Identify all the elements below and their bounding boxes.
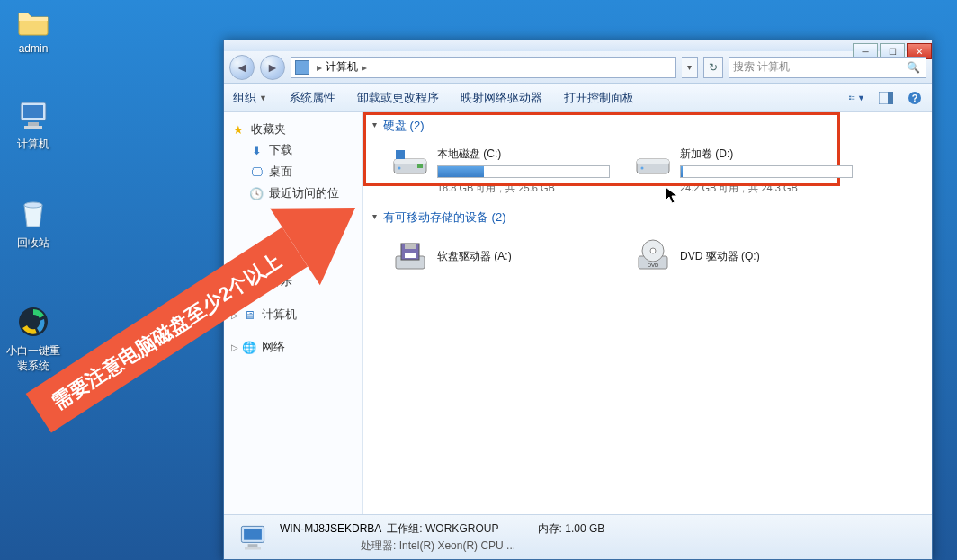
svg-rect-20: [637, 159, 669, 164]
svg-rect-3: [24, 126, 42, 129]
svg-rect-25: [405, 253, 416, 258]
uninstall-programs-button[interactable]: 卸载或更改程序: [357, 90, 439, 106]
drive-floppy[interactable]: 软盘驱动器 (A:): [389, 235, 613, 278]
toolbar: 组织▼ 系统属性 卸载或更改程序 映射网络驱动器 打开控制面板 ▼ ?: [224, 84, 932, 112]
svg-text:DVD: DVD: [648, 262, 659, 268]
sidebar-desktop[interactable]: 🖵桌面: [224, 161, 362, 182]
desktop-icon-computer[interactable]: 计算机: [5, 97, 61, 152]
desktop-icon-label: 小白一键重 装系统: [5, 343, 61, 374]
svg-rect-11: [888, 92, 893, 104]
recycle-icon: [15, 196, 51, 232]
hdd-icon: [635, 147, 671, 182]
sidebar-documents[interactable]: 📄文档: [224, 249, 362, 271]
breadcrumb-location[interactable]: 计算机: [326, 59, 358, 75]
sidebar-network[interactable]: ▷🌐网络: [224, 337, 362, 357]
status-mem-label: 内存:: [538, 522, 562, 535]
desktop-icon-recycle[interactable]: 回收站: [5, 196, 61, 251]
status-mem: 1.00 GB: [565, 522, 604, 535]
mouse-cursor-icon: [666, 187, 680, 209]
svg-point-28: [650, 248, 656, 253]
svg-rect-17: [417, 164, 423, 168]
sidebar-favorites[interactable]: ★收藏夹: [224, 120, 362, 139]
forward-button[interactable]: ►: [260, 55, 285, 80]
downloads-icon: ⬇: [249, 143, 264, 157]
svg-rect-7: [849, 98, 851, 100]
music-icon: ♪: [249, 274, 264, 289]
navigation-pane: ★收藏夹 ⬇下载 🖵桌面 🕓最近访问的位 📄文档 ♪音乐 ▷🖥计算机 ▷🌐网络: [224, 112, 363, 514]
floppy-icon: [392, 238, 428, 274]
folder-icon: [15, 3, 51, 39]
drive-usage-bar: [437, 165, 610, 178]
desktop-icon-label: admin: [5, 42, 61, 55]
sidebar-recent[interactable]: 🕓最近访问的位: [224, 182, 362, 204]
computer-icon: [295, 60, 309, 75]
svg-rect-6: [849, 95, 851, 97]
drive-usage-bar: [680, 165, 853, 178]
svg-rect-16: [396, 150, 405, 159]
drive-c[interactable]: 本地磁盘 (C:) 18.8 GB 可用，共 25.6 GB: [389, 143, 613, 199]
titlebar[interactable]: ─ ☐ ✕: [224, 40, 932, 51]
drive-dvd[interactable]: DVD DVD 驱动器 (Q:): [631, 235, 856, 278]
svg-point-4: [24, 202, 42, 208]
drive-name: 新加卷 (D:): [680, 147, 853, 162]
organize-menu[interactable]: 组织▼: [233, 90, 267, 106]
open-control-panel-button[interactable]: 打开控制面板: [564, 90, 634, 106]
section-header-removable[interactable]: ▾有可移动存储的设备 (2): [372, 208, 923, 231]
desktop-icon-label: 回收站: [5, 236, 61, 251]
tree-expand-icon[interactable]: ▷: [231, 310, 242, 320]
reinstall-icon: [15, 304, 51, 340]
documents-icon: 📄: [249, 253, 264, 267]
status-workgroup-label: 工作组:: [387, 522, 422, 535]
status-hostname: WIN-MJ8JSEKDRBA: [280, 522, 381, 535]
explorer-window: ─ ☐ ✕ ◄ ► ▸ 计算机 ▸ ▾ ↻ 搜索 计算机 🔍 组织▼ 系统属性 …: [223, 40, 933, 560]
content-pane: ▾硬盘 (2) 本地磁盘 (C:) 18.8 GB 可用，共 25.6 GB: [363, 112, 932, 514]
search-icon[interactable]: 🔍: [907, 61, 920, 74]
collapse-icon[interactable]: ▾: [372, 211, 377, 221]
view-options-button[interactable]: ▼: [849, 90, 865, 106]
nav-bar: ◄ ► ▸ 计算机 ▸ ▾ ↻ 搜索 计算机 🔍: [224, 51, 932, 84]
recent-icon: 🕓: [249, 186, 264, 200]
address-history-dropdown[interactable]: ▾: [682, 57, 698, 78]
status-cpu: Intel(R) Xeon(R) CPU ...: [399, 539, 515, 552]
preview-pane-button[interactable]: [878, 90, 894, 106]
desktop-icon-admin[interactable]: admin: [5, 3, 61, 55]
svg-rect-2: [28, 122, 39, 126]
address-bar[interactable]: ▸ 计算机 ▸: [291, 57, 676, 78]
sidebar-downloads[interactable]: ⬇下载: [224, 139, 362, 161]
svg-rect-15: [394, 159, 426, 164]
computer-icon: 🖥: [242, 307, 256, 322]
drive-name: 软盘驱动器 (A:): [437, 249, 512, 264]
desktop-icon-xiaobai[interactable]: 小白一键重 装系统: [5, 304, 61, 374]
svg-rect-32: [248, 544, 258, 547]
svg-point-21: [641, 167, 644, 170]
sidebar-computer[interactable]: ▷🖥计算机: [224, 305, 362, 324]
collapse-icon[interactable]: ▾: [372, 120, 377, 129]
breadcrumb-separator: ▸: [317, 61, 322, 74]
svg-rect-33: [245, 547, 261, 549]
map-network-drive-button[interactable]: 映射网络驱动器: [461, 90, 542, 106]
status-cpu-label: 处理器:: [361, 539, 396, 552]
help-button[interactable]: ?: [907, 90, 923, 106]
refresh-button[interactable]: ↻: [703, 57, 723, 78]
svg-text:?: ?: [912, 93, 918, 103]
search-placeholder: 搜索 计算机: [733, 59, 790, 75]
desktop-icon: 🖵: [249, 164, 264, 179]
search-input[interactable]: 搜索 计算机 🔍: [729, 57, 926, 78]
sidebar-music[interactable]: ♪音乐: [224, 271, 362, 292]
computer-icon: [237, 521, 269, 554]
svg-rect-24: [405, 244, 416, 249]
drive-stat: 24.2 GB 可用，共 24.3 GB: [680, 182, 853, 195]
drive-name: DVD 驱动器 (Q:): [680, 249, 760, 264]
computer-icon: [15, 97, 51, 133]
svg-rect-8: [852, 96, 854, 97]
section-header-hdd[interactable]: ▾硬盘 (2): [372, 116, 923, 139]
network-icon: 🌐: [242, 340, 256, 354]
drive-stat: 18.8 GB 可用，共 25.6 GB: [437, 182, 610, 195]
tree-expand-icon[interactable]: ▷: [231, 342, 242, 352]
desktop-icon-label: 计算机: [5, 137, 61, 152]
breadcrumb-separator: ▸: [362, 61, 367, 74]
hdd-icon: [392, 147, 428, 182]
system-properties-button[interactable]: 系统属性: [289, 90, 335, 106]
svg-point-18: [398, 167, 401, 170]
back-button[interactable]: ◄: [229, 55, 255, 80]
